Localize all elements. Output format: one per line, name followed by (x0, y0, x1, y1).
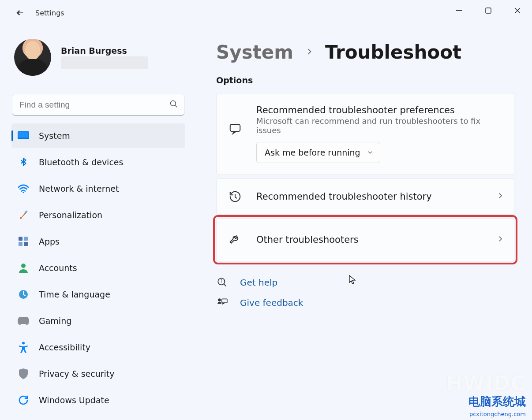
svg-point-5 (22, 192, 24, 193)
sidebar-item-bluetooth[interactable]: Bluetooth & devices (11, 150, 185, 175)
svg-point-13 (22, 342, 25, 345)
sidebar-item-update[interactable]: Windows Update (11, 388, 185, 413)
svg-rect-8 (24, 237, 28, 241)
svg-text:?: ? (220, 279, 222, 284)
svg-rect-1 (486, 8, 491, 13)
person-icon (18, 262, 29, 274)
display-icon (18, 130, 29, 141)
breadcrumb-leaf: Troubleshoot (325, 41, 461, 63)
svg-rect-4 (19, 132, 29, 138)
sidebar-item-accessibility[interactable]: Accessibility (11, 335, 185, 360)
link-text: Get help (240, 277, 277, 288)
maximize-button[interactable] (474, 0, 503, 21)
watermark-line2: 电脑系统城 (468, 394, 526, 409)
nav: System Bluetooth & devices Network & int… (11, 123, 185, 413)
gamepad-icon (18, 315, 29, 327)
sidebar: Brian Burgess System Bluetooth & devices… (0, 26, 194, 420)
app-title: Settings (35, 9, 64, 17)
feedback-icon (216, 297, 229, 309)
close-icon (514, 7, 521, 14)
shield-icon (18, 368, 29, 379)
watermark-line1: HWIDC (446, 372, 526, 394)
preference-select[interactable]: Ask me before running (256, 142, 380, 163)
sidebar-item-apps[interactable]: Apps (11, 229, 185, 254)
clock-globe-icon (18, 289, 29, 300)
get-help-link[interactable]: ? Get help (216, 276, 514, 289)
sidebar-item-accounts[interactable]: Accounts (11, 256, 185, 280)
chat-icon (226, 120, 244, 138)
svg-rect-7 (19, 237, 22, 241)
user-header[interactable]: Brian Burgess (11, 26, 185, 84)
sidebar-item-label: Windows Update (39, 395, 109, 405)
sidebar-item-system[interactable]: System (11, 123, 185, 148)
card-title: Recommended troubleshooter preferences (256, 105, 504, 115)
user-email-redacted (61, 56, 148, 69)
main-content: System Troubleshoot Options Recommended … (194, 26, 532, 420)
wifi-icon (18, 183, 29, 194)
help-links: ? Get help Give feedback (216, 276, 514, 309)
card-title: Recommended troubleshooter history (256, 191, 484, 202)
apps-icon (18, 236, 29, 247)
back-button[interactable] (12, 6, 26, 20)
sidebar-item-label: Apps (39, 237, 60, 246)
svg-rect-0 (456, 10, 462, 11)
chevron-right-icon (496, 235, 504, 245)
svg-point-2 (171, 101, 176, 106)
user-display-name: Brian Burgess (61, 46, 148, 56)
update-icon (18, 394, 29, 406)
sidebar-item-personalization[interactable]: Personalization (11, 203, 185, 227)
bluetooth-icon (18, 156, 29, 168)
search-icon (169, 100, 178, 110)
card-troubleshooter-preferences: Recommended troubleshooter preferences M… (216, 93, 514, 175)
select-value: Ask me before running (265, 148, 360, 157)
link-text: Give feedback (240, 297, 303, 308)
section-label: Options (216, 75, 514, 85)
avatar (14, 39, 51, 76)
help-icon: ? (216, 276, 229, 289)
sidebar-item-gaming[interactable]: Gaming (11, 308, 185, 333)
search-input[interactable] (12, 94, 184, 115)
breadcrumb-root[interactable]: System (216, 41, 293, 63)
sidebar-item-label: Bluetooth & devices (39, 157, 123, 167)
give-feedback-link[interactable]: Give feedback (216, 297, 514, 309)
history-icon (226, 188, 244, 205)
paintbrush-icon (18, 209, 29, 221)
maximize-icon (485, 7, 491, 14)
window-controls (445, 0, 532, 21)
minimize-button[interactable] (445, 0, 474, 21)
chevron-right-icon (496, 192, 504, 201)
sidebar-item-label: Accessibility (39, 342, 90, 352)
sidebar-item-label: Time & language (39, 290, 110, 299)
svg-rect-18 (222, 299, 227, 303)
wrench-icon (226, 231, 244, 249)
close-button[interactable] (503, 0, 532, 21)
sidebar-item-label: Personalization (39, 210, 102, 220)
svg-rect-10 (24, 242, 28, 246)
sidebar-item-label: Privacy & security (39, 369, 115, 379)
minimize-icon (456, 7, 462, 14)
accessibility-icon (18, 342, 29, 353)
sidebar-item-network[interactable]: Network & internet (11, 176, 185, 201)
watermark-line3: pcxitongcheng.com (469, 411, 526, 417)
sidebar-item-time[interactable]: Time & language (11, 282, 185, 307)
search-container (12, 94, 184, 115)
svg-point-17 (218, 298, 221, 301)
sidebar-item-privacy[interactable]: Privacy & security (11, 361, 185, 386)
sidebar-item-label: System (39, 131, 70, 141)
card-subtitle: Microsoft can recommend and run troubles… (256, 116, 504, 135)
svg-rect-14 (230, 124, 240, 131)
card-troubleshooter-history[interactable]: Recommended troubleshooter history (216, 178, 514, 215)
sidebar-item-label: Network & internet (39, 184, 119, 193)
sidebar-item-label: Gaming (39, 316, 71, 326)
card-title: Other troubleshooters (256, 234, 484, 245)
svg-point-11 (21, 264, 26, 268)
breadcrumb: System Troubleshoot (216, 41, 514, 63)
card-other-troubleshooters[interactable]: Other troubleshooters (216, 218, 514, 261)
svg-rect-9 (19, 242, 22, 246)
chevron-down-icon (367, 149, 374, 156)
chevron-right-icon (305, 45, 314, 59)
sidebar-item-label: Accounts (39, 263, 77, 273)
